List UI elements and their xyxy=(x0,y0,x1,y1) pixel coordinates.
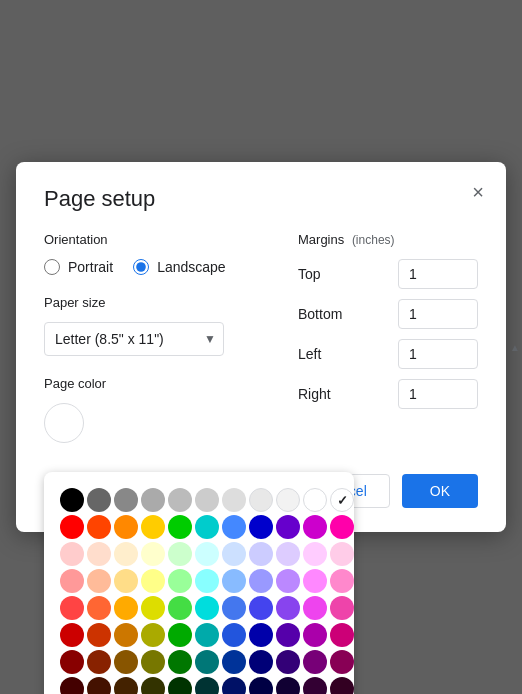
color-circle[interactable] xyxy=(168,596,192,620)
color-circle[interactable] xyxy=(114,569,138,593)
color-circle[interactable] xyxy=(249,650,273,674)
color-circle[interactable] xyxy=(141,515,165,539)
color-circle[interactable] xyxy=(168,515,192,539)
color-circle[interactable] xyxy=(141,569,165,593)
color-circle[interactable] xyxy=(87,515,111,539)
color-circle[interactable] xyxy=(303,650,327,674)
color-circle[interactable] xyxy=(222,515,246,539)
color-circle[interactable] xyxy=(195,623,219,647)
color-circle[interactable] xyxy=(249,677,273,694)
color-circle[interactable] xyxy=(222,677,246,694)
color-circle[interactable] xyxy=(87,650,111,674)
color-circle[interactable] xyxy=(303,677,327,694)
paper-size-select[interactable]: Letter (8.5" x 11") A4 (8.3" x 11.7") Ta… xyxy=(44,322,224,356)
color-circle[interactable] xyxy=(303,623,327,647)
color-circle[interactable] xyxy=(222,488,246,512)
color-circle[interactable] xyxy=(195,569,219,593)
color-circle[interactable] xyxy=(114,488,138,512)
color-circle[interactable] xyxy=(303,569,327,593)
color-circle[interactable] xyxy=(330,542,354,566)
color-circle[interactable] xyxy=(222,650,246,674)
color-circle[interactable] xyxy=(249,488,273,512)
color-circle[interactable] xyxy=(87,596,111,620)
color-circle[interactable] xyxy=(60,542,84,566)
bottom-margin-input[interactable] xyxy=(398,299,478,329)
color-circle[interactable] xyxy=(276,488,300,512)
color-circle[interactable] xyxy=(195,542,219,566)
color-circle[interactable] xyxy=(249,542,273,566)
color-swatch-button[interactable] xyxy=(44,403,84,443)
landscape-radio[interactable] xyxy=(133,259,149,275)
color-circle[interactable] xyxy=(87,677,111,694)
color-circle[interactable] xyxy=(60,515,84,539)
color-circle[interactable] xyxy=(330,623,354,647)
color-circle[interactable] xyxy=(276,677,300,694)
color-circle[interactable] xyxy=(222,542,246,566)
color-circle[interactable] xyxy=(195,488,219,512)
color-circle[interactable] xyxy=(330,515,354,539)
color-circle[interactable] xyxy=(303,542,327,566)
color-circle[interactable] xyxy=(330,488,354,512)
color-circle[interactable] xyxy=(168,488,192,512)
color-circle[interactable] xyxy=(60,596,84,620)
color-circle[interactable] xyxy=(303,488,327,512)
color-circle[interactable] xyxy=(141,596,165,620)
color-circle[interactable] xyxy=(168,569,192,593)
color-circle[interactable] xyxy=(60,623,84,647)
color-circle[interactable] xyxy=(303,596,327,620)
color-circle[interactable] xyxy=(60,488,84,512)
color-circle[interactable] xyxy=(114,515,138,539)
color-circle[interactable] xyxy=(60,677,84,694)
color-circle[interactable] xyxy=(276,569,300,593)
color-circle[interactable] xyxy=(168,623,192,647)
close-button[interactable]: × xyxy=(468,178,488,206)
color-circle[interactable] xyxy=(195,596,219,620)
color-circle[interactable] xyxy=(249,569,273,593)
color-circle[interactable] xyxy=(141,542,165,566)
color-circle[interactable] xyxy=(195,650,219,674)
color-circle[interactable] xyxy=(87,569,111,593)
top-margin-input[interactable] xyxy=(398,259,478,289)
color-circle[interactable] xyxy=(114,542,138,566)
color-circle[interactable] xyxy=(330,650,354,674)
color-circle[interactable] xyxy=(195,515,219,539)
color-circle[interactable] xyxy=(276,623,300,647)
color-circle[interactable] xyxy=(114,650,138,674)
color-circle[interactable] xyxy=(222,596,246,620)
color-circle[interactable] xyxy=(60,650,84,674)
right-margin-input[interactable] xyxy=(398,379,478,409)
color-circle[interactable] xyxy=(168,677,192,694)
color-circle[interactable] xyxy=(249,623,273,647)
color-circle[interactable] xyxy=(276,650,300,674)
color-circle[interactable] xyxy=(330,569,354,593)
color-circle[interactable] xyxy=(87,542,111,566)
color-circle[interactable] xyxy=(303,515,327,539)
color-circle[interactable] xyxy=(114,623,138,647)
color-circle[interactable] xyxy=(141,677,165,694)
color-circle[interactable] xyxy=(330,596,354,620)
color-circle[interactable] xyxy=(87,488,111,512)
color-circle[interactable] xyxy=(249,596,273,620)
left-margin-input[interactable] xyxy=(398,339,478,369)
portrait-radio[interactable] xyxy=(44,259,60,275)
color-circle[interactable] xyxy=(141,623,165,647)
color-circle[interactable] xyxy=(276,596,300,620)
color-circle[interactable] xyxy=(87,623,111,647)
color-circle[interactable] xyxy=(195,677,219,694)
landscape-option[interactable]: Landscape xyxy=(133,259,226,275)
color-circle[interactable] xyxy=(276,542,300,566)
color-circle[interactable] xyxy=(249,515,273,539)
color-circle[interactable] xyxy=(168,542,192,566)
ok-button[interactable]: OK xyxy=(402,474,478,508)
color-circle[interactable] xyxy=(114,596,138,620)
color-circle[interactable] xyxy=(222,569,246,593)
color-circle[interactable] xyxy=(141,488,165,512)
color-circle[interactable] xyxy=(330,677,354,694)
color-circle[interactable] xyxy=(60,569,84,593)
color-circle[interactable] xyxy=(114,677,138,694)
color-circle[interactable] xyxy=(141,650,165,674)
color-circle[interactable] xyxy=(222,623,246,647)
color-circle[interactable] xyxy=(168,650,192,674)
color-circle[interactable] xyxy=(276,515,300,539)
portrait-option[interactable]: Portrait xyxy=(44,259,113,275)
